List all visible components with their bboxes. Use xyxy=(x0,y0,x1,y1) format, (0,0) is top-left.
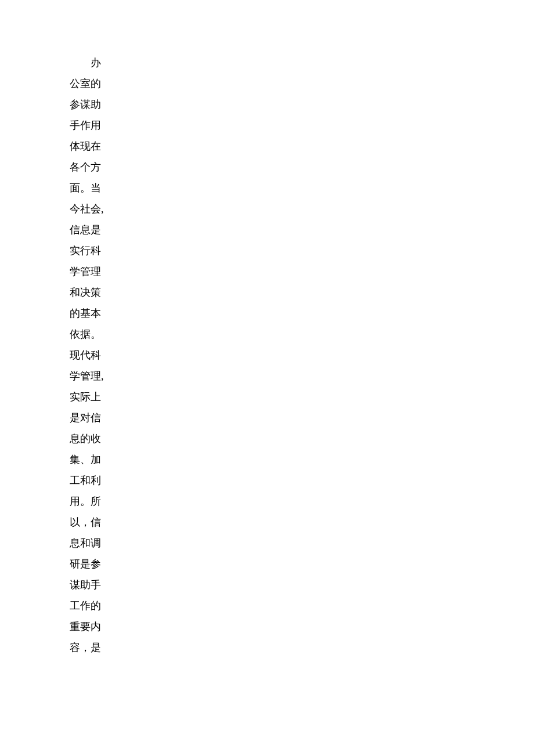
text-line-20: 工和利 xyxy=(70,470,139,491)
text-line-13: 依据。 xyxy=(70,324,139,345)
text-line-0: 办 xyxy=(70,52,139,73)
text-line-21: 用。所 xyxy=(70,491,139,512)
text-line-10: 学管理 xyxy=(70,261,139,282)
text-line-2: 参谋助 xyxy=(70,94,139,115)
text-line-27: 重要内 xyxy=(70,616,139,637)
text-line-22: 以，信 xyxy=(70,512,139,533)
text-line-24: 研是参 xyxy=(70,554,139,574)
text-line-28: 容，是 xyxy=(70,637,139,658)
text-line-9: 实行科 xyxy=(70,240,139,261)
page-container: 办公室的参谋助手作用体现在各个方面。当今社会,信息是实行科学管理和决策的基本依据… xyxy=(0,0,534,756)
text-line-23: 息和调 xyxy=(70,533,139,554)
text-line-11: 和决策 xyxy=(70,282,139,303)
text-line-17: 是对信 xyxy=(70,407,139,428)
text-line-19: 集、加 xyxy=(70,449,139,470)
text-line-14: 现代科 xyxy=(70,345,139,366)
text-line-4: 体现在 xyxy=(70,136,139,157)
text-line-12: 的基本 xyxy=(70,303,139,324)
text-line-5: 各个方 xyxy=(70,157,139,178)
text-line-1: 公室的 xyxy=(70,73,139,94)
text-line-25: 谋助手 xyxy=(70,574,139,595)
text-line-18: 息的收 xyxy=(70,428,139,449)
content-wrapper: 办公室的参谋助手作用体现在各个方面。当今社会,信息是实行科学管理和决策的基本依据… xyxy=(46,35,488,658)
text-line-8: 信息是 xyxy=(70,219,139,240)
text-line-7: 今社会, xyxy=(70,198,139,219)
main-text-block: 办公室的参谋助手作用体现在各个方面。当今社会,信息是实行科学管理和决策的基本依据… xyxy=(70,52,139,658)
text-line-6: 面。当 xyxy=(70,178,139,198)
text-line-26: 工作的 xyxy=(70,595,139,616)
text-line-3: 手作用 xyxy=(70,115,139,136)
text-line-16: 实际上 xyxy=(70,386,139,407)
text-line-15: 学管理, xyxy=(70,366,139,386)
